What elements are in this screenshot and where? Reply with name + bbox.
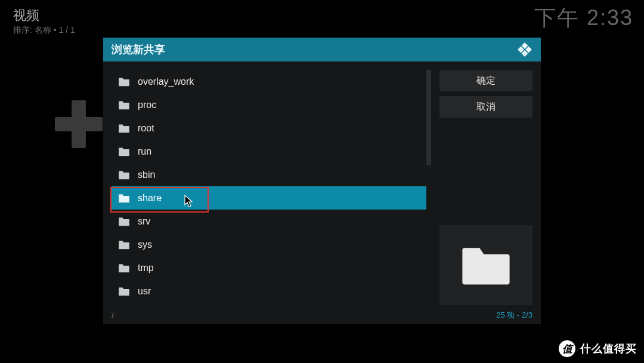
dialog-side-panel: 确定 取消 <box>439 70 532 307</box>
add-source-icon <box>55 100 103 148</box>
list-item[interactable]: srv <box>112 210 426 233</box>
list-item[interactable]: sys <box>112 233 426 256</box>
folder-icon <box>117 287 131 296</box>
watermark-text: 什么值得买 <box>580 342 637 356</box>
folder-icon <box>117 193 131 203</box>
folder-name: usr <box>138 286 151 297</box>
section-title: 视频 <box>13 7 75 24</box>
folder-icon <box>117 77 131 87</box>
watermark-badge: 值 <box>559 340 575 357</box>
item-count: 25 项 - 2/3 <box>496 310 532 321</box>
dialog-header: 浏览新共享 <box>103 38 541 61</box>
cancel-button[interactable]: 取消 <box>439 96 532 118</box>
scrollbar[interactable] <box>426 70 431 307</box>
folder-name: tmp <box>138 263 154 273</box>
list-item[interactable]: tmp <box>112 256 426 279</box>
folder-icon <box>117 124 131 133</box>
folder-name: proc <box>138 100 156 110</box>
folder-icon <box>117 147 131 156</box>
watermark: 值 什么值得买 <box>559 340 637 357</box>
sort-info: 排序: 名称 • 1 / 1 <box>13 24 75 35</box>
folder-icon <box>117 100 131 110</box>
list-item[interactable]: overlay_work <box>112 70 426 93</box>
folder-name: share <box>138 193 162 204</box>
dialog-body: overlay_workprocrootrunsbinsharesrvsystm… <box>103 61 541 307</box>
scroll-thumb[interactable] <box>426 70 431 165</box>
folder-name: sys <box>138 239 152 250</box>
dialog-footer: / 25 项 - 2/3 <box>103 307 541 324</box>
folder-name: sbin <box>138 170 155 180</box>
preview-thumbnail <box>439 225 532 305</box>
folder-icon <box>117 263 131 273</box>
list-item[interactable]: proc <box>112 93 426 116</box>
file-list-wrap: overlay_workprocrootrunsbinsharesrvsystm… <box>112 70 431 307</box>
folder-icon <box>459 244 513 287</box>
kodi-logo-icon <box>517 42 532 57</box>
ok-button[interactable]: 确定 <box>439 70 532 91</box>
dialog-title: 浏览新共享 <box>112 42 165 57</box>
current-path: / <box>112 311 114 320</box>
folder-name: root <box>138 123 154 134</box>
clock: 下午 2:33 <box>534 4 633 33</box>
folder-name: overlay_work <box>138 76 194 87</box>
list-item[interactable]: usr <box>112 279 426 303</box>
folder-name: run <box>138 146 151 157</box>
list-item[interactable]: run <box>112 140 426 163</box>
list-item[interactable]: share <box>112 186 426 210</box>
file-list[interactable]: overlay_workprocrootrunsbinsharesrvsystm… <box>112 70 426 307</box>
folder-icon <box>117 170 131 180</box>
folder-icon <box>117 217 131 226</box>
folder-name: srv <box>138 216 150 227</box>
list-item[interactable]: root <box>112 116 426 140</box>
background-header: 视频 排序: 名称 • 1 / 1 <box>13 7 75 35</box>
browse-share-dialog: 浏览新共享 overlay_workprocrootrunsbinsharesr… <box>103 38 541 324</box>
folder-icon <box>117 240 131 250</box>
list-item[interactable]: sbin <box>112 163 426 186</box>
